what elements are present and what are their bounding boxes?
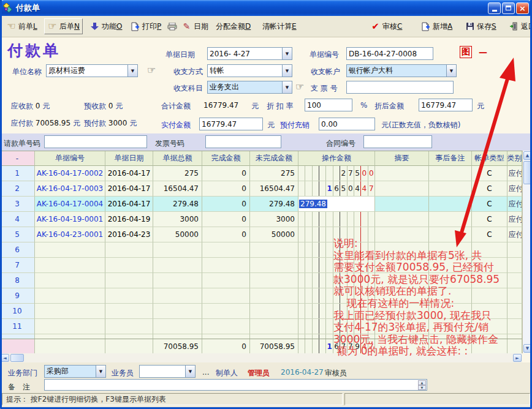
cell-note[interactable]: [429, 227, 472, 242]
vertical-scrollbar[interactable]: ▲ ▼: [522, 151, 532, 353]
cell-total[interactable]: [153, 273, 202, 288]
chevron-down-icon[interactable]: ▼: [185, 366, 195, 377]
cell-date[interactable]: 2016-04-17: [105, 166, 153, 181]
cell-note[interactable]: [429, 212, 472, 227]
cell-date[interactable]: [105, 288, 153, 304]
cell-total[interactable]: 279.48: [153, 197, 202, 212]
cell-op-amount[interactable]: 279.48: [298, 197, 375, 212]
contract-no-input[interactable]: [363, 135, 432, 148]
scroll-down-icon[interactable]: ▼: [523, 344, 531, 353]
cell-row-number[interactable]: 3: [0, 197, 35, 212]
cell-done[interactable]: 0: [202, 197, 250, 212]
cell-bill-type[interactable]: [472, 288, 507, 304]
cell-done[interactable]: [202, 334, 250, 339]
cell-date[interactable]: 2016-04-17: [105, 197, 153, 212]
cell-summary[interactable]: [375, 242, 429, 258]
cell-done[interactable]: 0: [202, 166, 250, 181]
chevron-down-icon[interactable]: ▼: [96, 366, 105, 377]
cell-undone[interactable]: 3000: [250, 212, 298, 227]
chevron-down-icon[interactable]: ▼: [282, 48, 292, 59]
discount-rate-input[interactable]: 100: [305, 99, 352, 111]
cell-note[interactable]: [429, 258, 472, 273]
cell-op-amount[interactable]: 27500: [298, 166, 375, 181]
cell-summary[interactable]: [375, 212, 429, 227]
cell-undone[interactable]: [250, 288, 298, 304]
cell-doc-no[interactable]: AK-16-04-17-0003: [35, 181, 105, 197]
print-button[interactable]: 打印P: [127, 18, 164, 34]
cell-undone[interactable]: [250, 304, 298, 319]
back-button[interactable]: 返回: [506, 18, 532, 34]
doc-date-combo[interactable]: 2016- 4-27 ▼: [207, 47, 292, 60]
cell-done[interactable]: 0: [202, 212, 250, 227]
cell-date[interactable]: [105, 334, 153, 339]
scroll-right-icon[interactable]: ►: [513, 354, 522, 362]
cell-op-amount[interactable]: [298, 319, 375, 334]
cell-bill-type[interactable]: [472, 242, 507, 258]
cell-category[interactable]: 应付: [507, 181, 522, 197]
scroll-up-icon[interactable]: ▲: [523, 151, 531, 160]
cell-date[interactable]: [105, 273, 153, 288]
cell-op-amount[interactable]: [298, 304, 375, 319]
cell-op-amount[interactable]: [298, 212, 375, 227]
cell-bill-type[interactable]: [472, 258, 507, 273]
cell-note[interactable]: [429, 181, 472, 197]
cell-date[interactable]: 2016-04-17: [105, 181, 153, 197]
cheque-no-input[interactable]: [346, 81, 454, 94]
cell-doc-no[interactable]: [35, 258, 105, 273]
cell-row-number[interactable]: 6: [0, 242, 35, 258]
cell-doc-no[interactable]: AK-16-04-17-0002: [35, 166, 105, 181]
cell-summary[interactable]: [375, 288, 429, 304]
cell-total[interactable]: [153, 242, 202, 258]
cell-category[interactable]: [507, 319, 522, 334]
cell-undone[interactable]: 275: [250, 166, 298, 181]
cell-summary[interactable]: [375, 181, 429, 197]
account-combo[interactable]: 银行帐户大料 ▼: [346, 64, 457, 77]
cell-bill-type[interactable]: C: [472, 212, 507, 227]
cell-row-number[interactable]: 9: [0, 288, 35, 304]
cell-summary[interactable]: [375, 258, 429, 273]
cell-category[interactable]: [507, 304, 522, 319]
minimize-button[interactable]: [488, 2, 501, 14]
cell-done[interactable]: [202, 242, 250, 258]
cell-category[interactable]: 应付: [507, 227, 522, 242]
cell-bill-type[interactable]: C: [472, 166, 507, 181]
vertical-scroll-thumb[interactable]: [523, 161, 531, 184]
cell-total[interactable]: [153, 334, 202, 339]
cell-category[interactable]: 应付: [507, 166, 522, 181]
cell-op-amount[interactable]: [298, 258, 375, 273]
cell-note[interactable]: [429, 273, 472, 288]
clear-account-calc-button[interactable]: 清帐计算E: [260, 18, 299, 34]
cell-bill-type[interactable]: [472, 319, 507, 334]
cell-op-amount[interactable]: [298, 242, 375, 258]
cell-bill-type[interactable]: [472, 304, 507, 319]
cell-doc-no[interactable]: [35, 242, 105, 258]
cell-doc-no[interactable]: [35, 304, 105, 319]
chevron-down-icon[interactable]: ▼: [282, 65, 292, 77]
cell-summary[interactable]: [375, 197, 429, 212]
ellipsis-button[interactable]: ...: [202, 368, 209, 377]
cell-total[interactable]: 3000: [153, 212, 202, 227]
chevron-down-icon[interactable]: ▼: [127, 65, 137, 77]
cell-row-number[interactable]: 11: [0, 319, 35, 334]
cell-date[interactable]: [105, 242, 153, 258]
cell-undone[interactable]: 16504.47: [250, 181, 298, 197]
cell-bill-type[interactable]: C: [472, 181, 507, 197]
cell-op-amount[interactable]: [298, 288, 375, 304]
cell-doc-no[interactable]: [35, 319, 105, 334]
spin-down-icon[interactable]: ▼: [418, 385, 426, 390]
clerk-combo[interactable]: ▼: [139, 365, 196, 378]
audit-button[interactable]: ✔ 审核C: [368, 18, 405, 34]
cell-op-amount[interactable]: [298, 227, 375, 242]
cell-row-number[interactable]: 1: [0, 166, 35, 181]
cell-done[interactable]: [202, 273, 250, 288]
invoice-no-input[interactable]: [205, 135, 281, 148]
cell-doc-no[interactable]: [35, 273, 105, 288]
prev-doc-button[interactable]: ☜ 前单L: [4, 18, 40, 34]
cell-date[interactable]: [105, 319, 153, 334]
cell-op-amount[interactable]: 1677947: [298, 339, 375, 354]
cell-date[interactable]: 2016-04-19: [105, 212, 153, 227]
prepay-offset-input[interactable]: 0.00: [319, 118, 375, 130]
maximize-button[interactable]: [502, 2, 515, 14]
printer-button[interactable]: [164, 18, 180, 34]
cell-date[interactable]: [105, 258, 153, 273]
